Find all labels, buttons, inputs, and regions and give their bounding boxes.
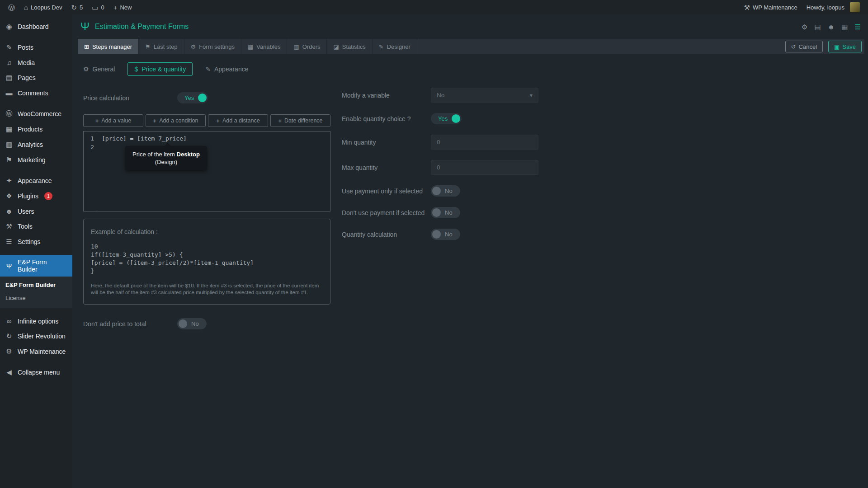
header-list-icon[interactable]: ☰ <box>855 23 861 30</box>
line-number: 1 <box>84 134 94 143</box>
subtab-general[interactable]: ⚙ General <box>83 66 115 73</box>
new-content-link[interactable]: + New <box>109 0 137 14</box>
min-quantity-input[interactable] <box>431 135 538 150</box>
sidebar-item-appearance[interactable]: ✦ Appearance <box>0 173 72 188</box>
enable-quantity-label: Enable quantity choice ? <box>342 115 431 123</box>
sidebar-item-ep-form-builder[interactable]: Ψ E&P Form Builder <box>0 255 72 277</box>
main-content: Ψ Estimation & Payment Forms ⚙ ▤ ☻ ▦ ☰ ⊞… <box>72 14 868 488</box>
updates-link[interactable]: ↻ 5 <box>66 0 87 14</box>
add-value-button[interactable]: + Add a value <box>83 114 143 127</box>
tab-label: Designer <box>387 43 410 50</box>
dont-use-payment-toggle[interactable]: No <box>431 207 460 218</box>
tab-label: Variables <box>256 43 280 50</box>
sidebar-item-pages[interactable]: ▤ Pages <box>0 70 72 85</box>
toggle-knob <box>432 230 441 239</box>
sidebar-item-tools[interactable]: ⚒ Tools <box>0 219 72 234</box>
tab-steps-manager[interactable]: ⊞ Steps manager <box>78 39 139 54</box>
price-calculation-toggle[interactable]: Yes <box>177 92 208 103</box>
example-code: 10 if([item-3_quantity] >5) { [price] = … <box>91 243 323 275</box>
sidebar-item-label: Plugins <box>18 192 38 200</box>
wordpress-menu[interactable]: Ⓦ <box>4 0 19 14</box>
header-users-icon[interactable]: ☻ <box>828 23 835 30</box>
tab-label: Steps manager <box>92 43 132 50</box>
site-name-link[interactable]: ⌂ Loopus Dev <box>19 0 66 14</box>
sidebar-item-collapse-menu[interactable]: ◀ Collapse menu <box>0 365 72 380</box>
sidebar-item-label: WooCommerce <box>18 110 61 117</box>
media-icon: ♫ <box>5 59 14 66</box>
quantity-calculation-row: Quantity calculation No <box>342 229 538 240</box>
comments-link[interactable]: ▭ 0 <box>87 0 108 14</box>
subtab-appearance[interactable]: ✎ Appearance <box>205 66 248 73</box>
sidebar-item-posts[interactable]: ✎ Posts <box>0 40 72 55</box>
designer-icon: ✎ <box>379 43 384 50</box>
sidebar-item-dashboard[interactable]: ◉ Dashboard <box>0 19 72 34</box>
woocommerce-icon: Ⓦ <box>5 109 14 118</box>
save-button[interactable]: ▣ Save <box>828 41 862 52</box>
sidebar-item-media[interactable]: ♫ Media <box>0 55 72 70</box>
home-icon: ⌂ <box>24 4 28 11</box>
cancel-button[interactable]: ↺ Cancel <box>785 41 823 52</box>
submenu-item-license[interactable]: License <box>0 291 72 305</box>
date-difference-button[interactable]: + Date difference <box>270 114 330 127</box>
sidebar-item-label: Appearance <box>18 177 52 184</box>
tab-form-settings[interactable]: ⚙ Form settings <box>184 39 241 54</box>
plugin-header: Ψ Estimation & Payment Forms ⚙ ▤ ☻ ▦ ☰ <box>72 14 868 39</box>
quantity-calculation-toggle[interactable]: No <box>431 229 460 240</box>
sidebar-item-users[interactable]: ☻ Users <box>0 204 72 219</box>
slider-revolution-icon: ↻ <box>5 332 14 340</box>
appearance-brush-icon: ✎ <box>205 66 211 73</box>
add-distance-button[interactable]: + Add a distance <box>208 114 268 127</box>
users-icon: ☻ <box>5 207 14 215</box>
header-forms-icon[interactable]: ▤ <box>814 23 821 30</box>
toggle-knob <box>198 94 207 102</box>
infinite-options-icon: ∞ <box>5 317 14 325</box>
tab-bar-spacer <box>417 39 785 54</box>
sidebar-item-analytics[interactable]: ▥ Analytics <box>0 137 72 152</box>
sidebar-item-label: Products <box>18 126 42 133</box>
price-formula-editor: 1 2 [price] = [item-7_price] Price of th… <box>83 131 330 211</box>
max-quantity-input[interactable] <box>431 160 538 175</box>
subtab-label: General <box>93 66 115 73</box>
sidebar-item-label: E&P Form Builder <box>18 258 68 273</box>
analytics-icon: ▥ <box>5 141 14 149</box>
tab-last-step[interactable]: ⚑ Last step <box>139 39 184 54</box>
header-settings-icon[interactable]: ⚙ <box>802 23 807 30</box>
sidebar-item-infinite-options[interactable]: ∞ Infinite options <box>0 314 72 328</box>
sidebar-item-slider-revolution[interactable]: ↻ Slider Revolution <box>0 328 72 344</box>
select-value: No <box>437 92 444 99</box>
pages-icon: ▤ <box>5 74 14 82</box>
tab-variables[interactable]: ▦ Variables <box>241 39 288 54</box>
subtab-price-quantity[interactable]: $ Price & quantity <box>127 62 193 76</box>
quantity-column: Modify a variable No ▾ Enable quantity c… <box>342 85 538 329</box>
dont-add-price-toggle[interactable]: No <box>177 318 207 329</box>
sidebar-item-settings[interactable]: ☰ Settings <box>0 234 72 249</box>
admin-sidebar: ◉ Dashboard ✎ Posts ♫ Media ▤ Pages ▬ Co… <box>0 14 72 488</box>
toggle-knob <box>432 208 441 217</box>
add-condition-button[interactable]: + Add a condition <box>146 114 206 127</box>
modify-variable-select[interactable]: No ▾ <box>431 88 538 103</box>
sidebar-item-woocommerce[interactable]: Ⓦ WooCommerce <box>0 106 72 122</box>
header-calendar-icon[interactable]: ▦ <box>841 23 848 30</box>
tab-statistics[interactable]: ◪ Statistics <box>327 39 372 54</box>
sidebar-item-plugins[interactable]: ❖ Plugins 1 <box>0 188 72 204</box>
tab-orders[interactable]: ▥ Orders <box>287 39 327 54</box>
updates-count: 5 <box>80 4 83 11</box>
use-payment-only-toggle[interactable]: No <box>431 185 460 197</box>
account-menu[interactable]: Howdy, loopus <box>802 0 864 14</box>
submenu-item-ep-form-builder[interactable]: E&P Form Builder <box>0 278 72 291</box>
variables-icon: ▦ <box>248 43 253 50</box>
enable-quantity-toggle[interactable]: Yes <box>431 113 462 124</box>
sidebar-item-wp-maintenance[interactable]: ⚙ WP Maintenance <box>0 344 72 359</box>
main-tab-bar: ⊞ Steps manager ⚑ Last step ⚙ Form setti… <box>78 39 864 54</box>
sidebar-item-comments[interactable]: ▬ Comments <box>0 85 72 100</box>
toggle-knob <box>432 187 441 195</box>
howdy-label: Howdy, loopus <box>807 4 844 11</box>
tab-designer[interactable]: ✎ Designer <box>373 39 417 54</box>
sidebar-item-label: Users <box>18 208 34 215</box>
plus-icon: + <box>153 117 157 124</box>
sidebar-item-marketing[interactable]: ⚑ Marketing <box>0 152 72 168</box>
plugins-update-badge: 1 <box>44 192 52 200</box>
wp-maintenance-link[interactable]: ⚒ WP Maintenance <box>739 0 802 14</box>
sidebar-item-products[interactable]: ▦ Products <box>0 122 72 137</box>
editor-code-area[interactable]: [price] = [item-7_price] <box>97 131 330 211</box>
